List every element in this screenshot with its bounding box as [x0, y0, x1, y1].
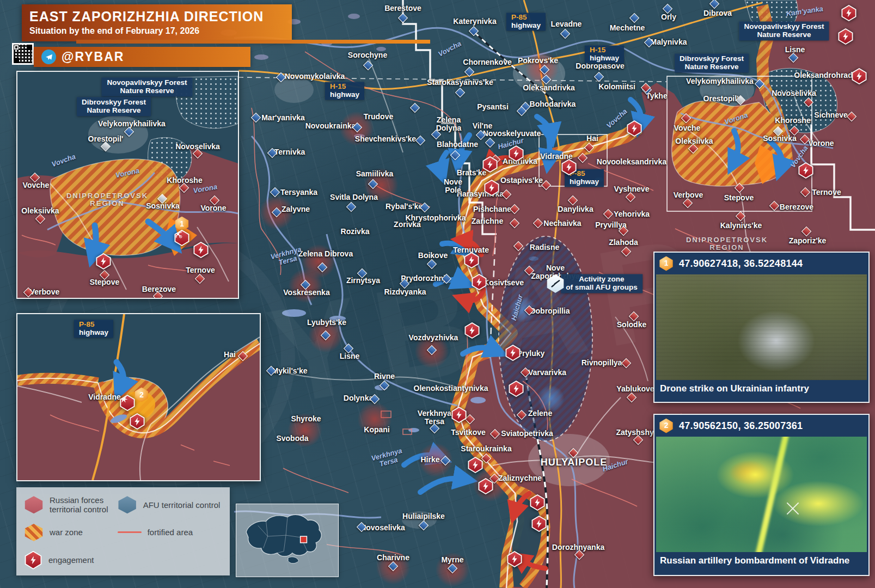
legend-russian: Russian forces territorial control: [24, 495, 118, 514]
map-subtitle: Situation by the end of February 17, 202…: [29, 26, 284, 36]
panel-caption: Russian artillery bombardment of Vidradn…: [654, 552, 868, 569]
thermal-footage-image: [656, 437, 867, 552]
panel-header: 1 47.90627418, 36.52248144: [654, 253, 868, 274]
media-panel-artillery: 2 47.90562150, 36.25007361 Russian artil…: [653, 414, 870, 576]
panel-caption: Drone strike on Ukrainian infantry: [654, 380, 868, 397]
numbered-marker: 1: [659, 256, 674, 271]
coordinates: 47.90562150, 36.25007361: [679, 420, 803, 432]
numbered-marker: 2: [659, 419, 674, 433]
map-title: EAST ZAPORIZHZHIA DIRECTION: [29, 9, 284, 24]
legend-fortified: fortified area: [118, 528, 222, 537]
war-zone-swatch: [24, 524, 44, 541]
fortified-line-swatch: [118, 531, 142, 533]
legend-warzone-label: war zone: [50, 528, 83, 537]
inset-map-velykomykhailivka: Novopavlivskyy Forest Nature ReserveDibr…: [16, 71, 239, 299]
telegram-icon: [41, 50, 56, 64]
panel-header: 2 47.90562150, 36.25007361: [654, 415, 868, 437]
title-block: EAST ZAPORIZHZHIA DIRECTION Situation by…: [22, 4, 292, 41]
engagement-icon: [24, 551, 42, 569]
accent-strip: [76, 40, 430, 44]
coordinates: 47.90627418, 36.52248144: [679, 258, 803, 270]
media-panel-drone-strike: 1 47.90627418, 36.52248144 Drone strike …: [653, 252, 870, 403]
legend-russian-label: Russian forces territorial control: [50, 495, 108, 514]
afu-control-swatch: [118, 496, 137, 513]
legend-fortified-label: fortified area: [148, 528, 193, 537]
legend-engagement-label: engagement: [48, 555, 94, 565]
legend-afu-label: AFU territorial control: [143, 500, 221, 510]
legend-warzone: war zone: [24, 524, 118, 541]
legend-engagement: engagement: [24, 551, 118, 569]
legend-afu: AFU territorial control: [118, 496, 222, 513]
drone-footage-image: [656, 274, 867, 380]
ukraine-minimap: [236, 504, 339, 577]
legend: Russian forces territorial control AFU t…: [16, 487, 230, 575]
inset-map-vidradne: P-85highwayHaiVidradne2: [16, 313, 261, 481]
crosshair-icon: [785, 500, 801, 517]
map-canvas: RYBAR BerestoveKaterynivkaLevadneMechetn…: [0, 0, 875, 588]
current-area-marker: [301, 536, 307, 543]
channel-name: @RYBAR: [62, 50, 124, 64]
russian-control-swatch: [24, 496, 44, 513]
channel-bar: @RYBAR: [34, 47, 250, 67]
qr-code: [12, 43, 34, 65]
